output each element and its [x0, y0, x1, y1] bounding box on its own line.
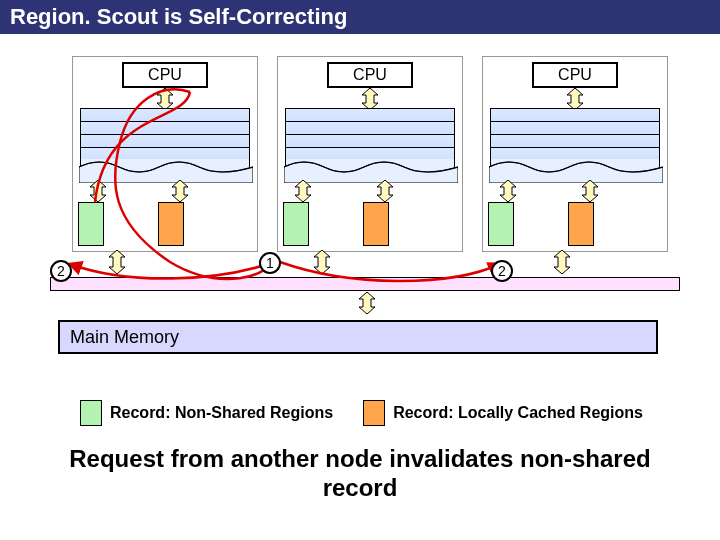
cpu-label: CPU: [353, 66, 387, 83]
bidir-arrow-icon: [310, 250, 334, 274]
cpu-box: CPU: [532, 62, 618, 88]
svg-marker-12: [359, 292, 375, 314]
nonshared-region-box: [488, 202, 514, 246]
title-bar: Region. Scout is Self-Correcting: [0, 0, 720, 37]
legend-swatch-green: [80, 400, 102, 426]
svg-marker-1: [90, 180, 106, 202]
bidir-arrow-icon: [105, 250, 129, 274]
caption: Request from another node invalidates no…: [0, 445, 720, 503]
svg-marker-11: [554, 250, 570, 274]
diagram: CPU CPU: [0, 62, 720, 372]
bidir-arrow-icon: [496, 180, 520, 202]
main-memory-box: Main Memory: [58, 320, 658, 354]
cpu-box: CPU: [122, 62, 208, 88]
step-badge-1: 1: [259, 252, 281, 274]
bidir-arrow-icon: [550, 250, 574, 274]
main-memory-label: Main Memory: [70, 327, 179, 347]
step-badge-2-left: 2: [50, 260, 72, 282]
step-badge-2-right: 2: [491, 260, 513, 282]
cpu-label: CPU: [148, 66, 182, 83]
svg-marker-3: [362, 88, 378, 110]
svg-marker-2: [172, 180, 188, 202]
interconnect-bus: [50, 277, 680, 291]
cache-table: [285, 108, 455, 180]
legend-nonshared: Record: Non-Shared Regions: [80, 400, 333, 426]
legend-locally-cached: Record: Locally Cached Regions: [363, 400, 643, 426]
bidir-arrow-icon: [168, 180, 192, 202]
bidir-arrow-icon: [86, 180, 110, 202]
svg-marker-4: [295, 180, 311, 202]
bidir-arrow-icon: [355, 292, 379, 314]
legend: Record: Non-Shared Regions Record: Local…: [80, 400, 680, 426]
legend-swatch-orange: [363, 400, 385, 426]
nonshared-region-box: [78, 202, 104, 246]
bidir-arrow-icon: [578, 180, 602, 202]
nonshared-region-box: [283, 202, 309, 246]
cache-table: [80, 108, 250, 180]
cpu-box: CPU: [327, 62, 413, 88]
locally-cached-box: [363, 202, 389, 246]
locally-cached-box: [158, 202, 184, 246]
svg-marker-8: [582, 180, 598, 202]
cache-table: [490, 108, 660, 180]
svg-marker-10: [314, 250, 330, 274]
cpu-label: CPU: [558, 66, 592, 83]
legend-label: Record: Non-Shared Regions: [110, 404, 333, 422]
bidir-arrow-icon: [291, 180, 315, 202]
svg-marker-9: [109, 250, 125, 274]
bidir-arrow-icon: [153, 88, 177, 110]
svg-marker-6: [567, 88, 583, 110]
bidir-arrow-icon: [373, 180, 397, 202]
svg-marker-7: [500, 180, 516, 202]
svg-marker-5: [377, 180, 393, 202]
legend-label: Record: Locally Cached Regions: [393, 404, 643, 422]
caption-text: Request from another node invalidates no…: [69, 445, 650, 501]
title-text: Region. Scout is Self-Correcting: [10, 4, 347, 29]
locally-cached-box: [568, 202, 594, 246]
bidir-arrow-icon: [358, 88, 382, 110]
svg-marker-0: [157, 88, 173, 110]
bidir-arrow-icon: [563, 88, 587, 110]
